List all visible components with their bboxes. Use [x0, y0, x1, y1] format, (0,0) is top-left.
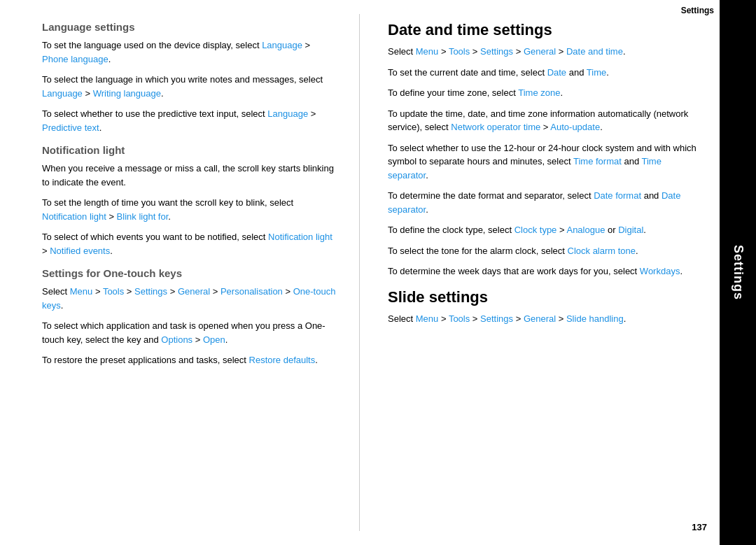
inline-text: >: [438, 46, 449, 57]
paragraph: To restore the preset applications and t…: [42, 353, 338, 367]
inline-link[interactable]: Notified events: [50, 246, 110, 256]
side-tab-label: Settings: [731, 245, 746, 300]
paragraph: To update the time, date, and time zone …: [388, 107, 699, 134]
inline-link[interactable]: Personalisation: [220, 286, 283, 297]
inline-text: .: [680, 266, 682, 276]
inline-text: >: [302, 40, 310, 50]
inline-link[interactable]: Menu: [416, 313, 439, 324]
inline-link[interactable]: Clock alarm tone: [568, 246, 636, 256]
inline-text: .: [600, 122, 603, 132]
inline-text: >: [556, 225, 566, 235]
inline-link[interactable]: Settings: [480, 46, 513, 57]
content-area: Language settingsTo set the language use…: [0, 0, 720, 545]
inline-text: To select whether to use the predictive …: [42, 108, 267, 119]
inline-link[interactable]: Date: [547, 67, 566, 78]
inline-link[interactable]: Notification light: [268, 232, 332, 242]
inline-text: To define the clock type, select: [388, 225, 514, 235]
inline-text: To determine the date format and separat…: [388, 190, 594, 201]
inline-link[interactable]: Analogue: [566, 225, 605, 235]
section-title: Notification light: [42, 144, 338, 156]
inline-text: To select the language in which you writ…: [42, 74, 323, 85]
inline-link[interactable]: Options: [161, 334, 192, 345]
paragraph: To select the language in which you writ…: [42, 73, 338, 100]
inline-text: .: [161, 88, 164, 99]
section-date-time-settings: Date and time settingsSelect Menu > Tool…: [388, 21, 699, 278]
inline-link[interactable]: Predictive text: [42, 122, 99, 133]
inline-text: .: [624, 313, 626, 324]
inline-link[interactable]: Language: [267, 108, 308, 119]
section-slide-settings: Slide settingsSelect Menu > Tools > Sett…: [388, 288, 699, 326]
right-column: Date and time settingsSelect Menu > Tool…: [360, 14, 720, 531]
inline-link[interactable]: Settings: [480, 313, 513, 324]
inline-text: >: [283, 286, 293, 297]
inline-text: To select of which events you want to be…: [42, 232, 268, 242]
paragraph: To set the length of time you want the s…: [42, 196, 338, 223]
section-title: Language settings: [42, 21, 338, 33]
inline-text: .: [61, 300, 64, 311]
inline-link[interactable]: Blink light for: [117, 211, 169, 222]
inline-link[interactable]: Open: [203, 334, 225, 345]
inline-text: .: [108, 54, 111, 64]
inline-link[interactable]: General: [524, 313, 556, 324]
inline-text: .: [426, 204, 428, 215]
inline-text: .: [110, 246, 113, 256]
paragraph: To set the language used on the device d…: [42, 38, 338, 66]
inline-text: .: [315, 355, 318, 365]
inline-text: .: [426, 170, 428, 181]
inline-link[interactable]: Clock type: [514, 225, 557, 235]
paragraph: To define your time zone, select Time zo…: [388, 86, 699, 100]
inline-link[interactable]: Menu: [70, 286, 93, 297]
inline-link[interactable]: Language: [262, 40, 302, 50]
inline-text: >: [106, 211, 117, 222]
inline-link[interactable]: Tools: [449, 46, 470, 57]
inline-link[interactable]: Network operator time: [451, 122, 540, 132]
inline-text: .: [225, 334, 228, 345]
inline-link[interactable]: General: [178, 286, 210, 297]
inline-text: >: [192, 334, 203, 345]
inline-link[interactable]: Slide handling: [566, 313, 624, 324]
inline-link[interactable]: Tools: [103, 286, 124, 297]
inline-link[interactable]: Digital: [618, 225, 643, 235]
inline-text: >: [470, 313, 480, 324]
inline-link[interactable]: Workdays: [640, 266, 680, 276]
paragraph: To set the current date and time, select…: [388, 66, 699, 80]
inline-text: .: [99, 122, 102, 133]
inline-link[interactable]: Date and time: [566, 46, 623, 57]
section-notification-light: Notification lightWhen you receive a mes…: [42, 144, 338, 257]
inline-text: Select: [388, 46, 416, 57]
inline-link[interactable]: Tools: [449, 313, 470, 324]
inline-link[interactable]: Writing language: [93, 88, 161, 99]
paragraph: To select the tone for the alarm clock, …: [388, 244, 699, 258]
inline-link[interactable]: General: [524, 46, 556, 57]
left-column: Language settingsTo set the language use…: [0, 14, 360, 531]
inline-text: and: [641, 190, 662, 201]
inline-link[interactable]: Notification light: [42, 211, 106, 222]
inline-link[interactable]: Settings: [134, 286, 167, 297]
paragraph: When you receive a message or miss a cal…: [42, 162, 338, 189]
inline-text: >: [42, 246, 50, 256]
inline-link[interactable]: Time: [587, 67, 606, 78]
inline-text: To restore the preset applications and t…: [42, 355, 249, 365]
inline-link[interactable]: Time zone: [518, 87, 560, 98]
paragraph: To define the clock type, select Clock t…: [388, 223, 699, 237]
inline-text: .: [636, 246, 638, 256]
inline-text: >: [513, 313, 524, 324]
paragraph: To determine the week days that are work…: [388, 264, 699, 278]
section-title: Slide settings: [388, 288, 699, 306]
page-number: 137: [692, 522, 707, 532]
inline-link[interactable]: Time format: [573, 156, 622, 167]
inline-link[interactable]: Restore defaults: [249, 355, 316, 365]
paragraph: To determine the date format and separat…: [388, 189, 699, 216]
inline-link[interactable]: Date format: [594, 190, 641, 201]
inline-text: >: [438, 313, 449, 324]
paragraph: Select Menu > Tools > Settings > General…: [42, 285, 338, 312]
inline-text: .: [168, 211, 171, 222]
inline-link[interactable]: Auto-update: [550, 122, 600, 132]
inline-link[interactable]: Language: [42, 88, 83, 99]
inline-text: .: [606, 67, 609, 78]
paragraph: To select which application and task is …: [42, 319, 338, 346]
inline-link[interactable]: Phone language: [42, 54, 108, 64]
inline-link[interactable]: Menu: [416, 46, 439, 57]
inline-text: Select: [42, 286, 70, 297]
inline-text: >: [308, 108, 316, 119]
